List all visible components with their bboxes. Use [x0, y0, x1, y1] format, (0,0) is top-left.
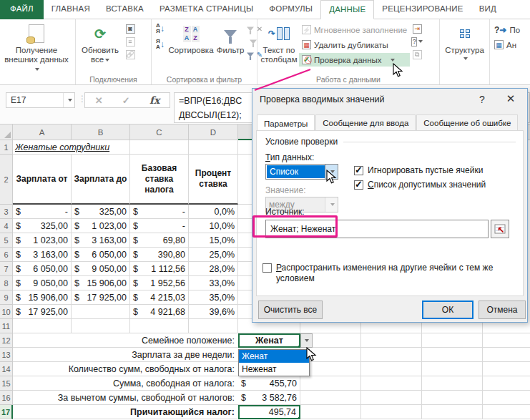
data-cell[interactable]: $6 050,00: [72, 248, 130, 262]
data-cell[interactable]: $3 163,00: [72, 233, 130, 248]
data-cell[interactable]: $1 023,00: [13, 233, 72, 248]
confirm-entry-icon[interactable]: ✓: [122, 95, 130, 106]
empty-cell[interactable]: [422, 391, 483, 405]
header-percent-rate[interactable]: Процент ставка: [189, 155, 238, 205]
data-cell[interactable]: $-: [13, 205, 72, 219]
tab-view[interactable]: ВИД: [471, 0, 504, 19]
relationships-icon[interactable]: ⧉: [411, 49, 423, 59]
data-cell[interactable]: [72, 305, 130, 319]
tab-page-layout[interactable]: РАЗМЕТКА СТРАНИЦЫ: [152, 0, 261, 19]
cell-tax-due-active[interactable]: 495,74: [238, 405, 300, 419]
data-cell[interactable]: $325,00: [72, 205, 130, 219]
data-cell[interactable]: 10,0%: [189, 219, 238, 233]
data-cell[interactable]: $15 906,00: [72, 276, 130, 290]
text-to-columns-button[interactable]: ↷ Текст по столбцам: [259, 21, 299, 66]
empty-cell[interactable]: [361, 362, 422, 376]
apply-to-all-checkbox[interactable]: Распространить изменения на другие ячейк…: [262, 263, 511, 284]
empty-cell[interactable]: [300, 376, 361, 391]
sheet-title-cell[interactable]: Женатые сотрудники: [13, 140, 130, 155]
data-cell[interactable]: $325,00: [13, 219, 72, 233]
label-net-of-exempt[interactable]: За вычетом суммы, свободной от налогов:: [13, 391, 238, 405]
get-external-data-button[interactable]: Получение внешних данных: [1, 21, 72, 75]
empty-cell[interactable]: [361, 333, 422, 348]
col-header-d[interactable]: D: [189, 124, 238, 140]
ok-button[interactable]: ОК: [422, 301, 473, 319]
name-box-dropdown[interactable]: [63, 93, 74, 107]
empty-cell[interactable]: [189, 140, 238, 155]
label-marital-status[interactable]: Семейное положение:: [13, 333, 238, 348]
tab-formulas[interactable]: ФОРМУЛЫ: [261, 0, 320, 19]
checkbox-unchecked-icon[interactable]: [262, 263, 272, 273]
empty-cell[interactable]: [13, 319, 72, 333]
row-header[interactable]: 10: [0, 305, 13, 319]
empty-cell[interactable]: [361, 348, 422, 362]
header-salary-from[interactable]: Зарплата от: [13, 155, 72, 205]
empty-cell[interactable]: [130, 319, 189, 333]
empty-cell[interactable]: [72, 319, 130, 333]
data-cell[interactable]: $6 050,00: [13, 262, 72, 276]
data-cell[interactable]: $1 112,56: [130, 262, 189, 276]
data-cell[interactable]: $9 050,00: [13, 276, 72, 290]
empty-cell[interactable]: [483, 333, 530, 348]
data-cell[interactable]: $15 906,00: [13, 290, 72, 305]
chevron-down-icon[interactable]: [391, 59, 395, 62]
dialog-title-bar[interactable]: Проверка вводимых значений ? ✕: [252, 89, 527, 110]
data-cell[interactable]: $69,80: [130, 233, 189, 248]
dialog-tab-input-message[interactable]: Сообщение для ввода: [315, 114, 416, 132]
empty-cell[interactable]: [422, 362, 483, 376]
data-cell[interactable]: 39,6%: [189, 305, 238, 319]
row-header[interactable]: 2: [0, 155, 13, 205]
in-cell-dropdown-checkbox[interactable]: Список допустимых значений: [354, 180, 486, 190]
sort-ascending-icon[interactable]: АЯ↓: [154, 24, 166, 34]
empty-cell[interactable]: [361, 405, 422, 419]
source-input[interactable]: Женат; Неженат: [265, 220, 489, 238]
row-header[interactable]: 11: [0, 319, 13, 333]
label-biweekly-salary[interactable]: Зарплата за две недели:: [13, 348, 238, 362]
row-header[interactable]: 4: [0, 219, 13, 233]
remove-duplicates-button[interactable]: ▦ Удалить дубликаты: [299, 38, 410, 52]
row-header[interactable]: 7: [0, 262, 13, 276]
sort-button[interactable]: ZААZ Сортировка: [167, 21, 215, 57]
tab-file[interactable]: ФАЙЛ: [0, 0, 44, 19]
dropdown-option-zhenat[interactable]: Женат: [239, 350, 309, 363]
empty-cell[interactable]: [422, 405, 483, 419]
name-box[interactable]: E17: [6, 92, 75, 108]
empty-cell[interactable]: [483, 391, 530, 405]
label-exempt-count[interactable]: Количество сумм, свободных от налога:: [13, 362, 238, 376]
checkbox-checked-icon[interactable]: [354, 180, 363, 190]
empty-cell[interactable]: [422, 376, 483, 391]
data-cell[interactable]: $17 925,00: [72, 290, 130, 305]
checkbox-checked-icon[interactable]: [354, 166, 363, 175]
data-cell[interactable]: $4 921,68: [130, 305, 189, 319]
empty-cell[interactable]: [361, 376, 422, 391]
cancel-button[interactable]: Отмена: [479, 301, 526, 319]
flash-fill-button[interactable]: ⚡ Мгновенное заполнение: [299, 23, 410, 36]
fill-handle[interactable]: [298, 416, 300, 419]
empty-cell[interactable]: [361, 391, 422, 405]
empty-cell[interactable]: [300, 391, 361, 405]
empty-cell[interactable]: [189, 319, 238, 333]
tab-review[interactable]: РЕЦЕНЗИРОВАНИЕ: [374, 0, 471, 19]
empty-cell[interactable]: [300, 405, 361, 419]
empty-cell[interactable]: [130, 140, 189, 155]
row-header[interactable]: 1: [0, 140, 13, 155]
cell-exempt-sum-value[interactable]: $455,70: [238, 376, 300, 391]
row-header[interactable]: 8: [0, 276, 13, 290]
header-salary-to[interactable]: Зарплата до: [72, 155, 130, 205]
combobox-arrow-button[interactable]: [325, 165, 338, 179]
tab-home[interactable]: ГЛАВНАЯ: [44, 0, 98, 19]
data-cell[interactable]: $3 163,00: [13, 248, 72, 262]
row-header[interactable]: 15: [0, 376, 13, 391]
data-cell[interactable]: $1 952,56: [130, 276, 189, 290]
data-cell[interactable]: 25,0%: [189, 248, 238, 262]
row-header-selected[interactable]: 17: [0, 405, 13, 419]
row-header[interactable]: 9: [0, 290, 13, 305]
row-header[interactable]: 14: [0, 362, 13, 376]
clear-all-button[interactable]: Очистить все: [258, 301, 323, 319]
data-cell[interactable]: 28,0%: [189, 262, 238, 276]
consolidate-icon[interactable]: ⇥: [411, 24, 423, 34]
data-cell[interactable]: $390,80: [130, 248, 189, 262]
filter-button[interactable]: Фильтр: [215, 21, 246, 57]
data-cell[interactable]: 15,0%: [189, 233, 238, 248]
dialog-tab-error-alert[interactable]: Сообщение об ошибке: [416, 114, 518, 132]
